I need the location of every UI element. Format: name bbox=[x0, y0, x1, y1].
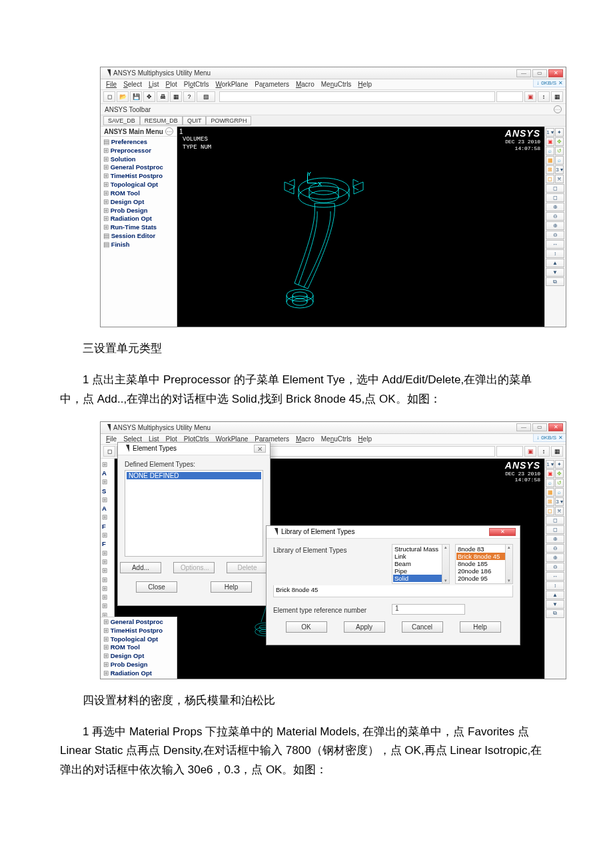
options-button[interactable]: Options... bbox=[173, 562, 215, 573]
command-input[interactable] bbox=[219, 91, 495, 102]
view-right-icon[interactable]: ◻ bbox=[546, 175, 554, 183]
resum-db-button[interactable]: RESUM_DB bbox=[140, 116, 183, 125]
open-icon[interactable]: 📂 bbox=[117, 91, 129, 102]
view-fit-icon[interactable]: ✦ bbox=[555, 128, 564, 137]
tree-item[interactable] bbox=[102, 593, 113, 601]
view-zoom-in-small-icon[interactable]: ⊕ bbox=[546, 553, 564, 562]
tree-preferences[interactable]: Preferences bbox=[103, 138, 174, 147]
view-zoomstep-dd[interactable]: 3 ▾ bbox=[555, 497, 564, 506]
menu-help[interactable]: Help bbox=[358, 435, 372, 443]
tree-prob-design[interactable]: Prob Design bbox=[103, 661, 174, 669]
tree-item[interactable] bbox=[102, 549, 113, 557]
raise-hidden-icon[interactable]: ▣ bbox=[524, 446, 536, 457]
reset-icon[interactable]: ↕ bbox=[538, 91, 550, 102]
menu-file[interactable]: File bbox=[106, 81, 117, 88]
list-item-selected[interactable]: Brick 8node 45 bbox=[456, 553, 512, 560]
list-item-none[interactable]: NONE DEFINED bbox=[127, 472, 261, 479]
tree-item[interactable]: S bbox=[102, 477, 113, 495]
save-icon[interactable]: 💾 bbox=[130, 91, 142, 102]
view-rot-down-icon[interactable]: ▼ bbox=[546, 268, 564, 277]
maximize-button[interactable]: ▭ bbox=[532, 69, 547, 77]
list-item[interactable]: 20node 95 bbox=[456, 575, 512, 582]
view-back-icon[interactable]: ↺ bbox=[555, 147, 564, 155]
view-top-icon[interactable]: ▦ bbox=[546, 156, 554, 165]
view-zoom-in-icon[interactable]: ⊕ bbox=[546, 535, 564, 543]
menu-workplane[interactable]: WorkPlane bbox=[216, 81, 249, 88]
close-dialog-button[interactable]: Close bbox=[136, 581, 177, 593]
lib-element-list[interactable]: 8node 83 Brick 8node 45 8node 185 20node… bbox=[455, 544, 513, 584]
defined-types-list[interactable]: NONE DEFINED bbox=[125, 470, 263, 557]
list-item[interactable]: Structural Mass bbox=[393, 545, 448, 553]
menu-select[interactable]: Select bbox=[123, 81, 142, 88]
tree-preprocessor[interactable]: Preprocessor bbox=[103, 147, 174, 155]
menu-parameters[interactable]: Parameters bbox=[255, 81, 289, 88]
tree-finish[interactable]: Finish bbox=[103, 241, 174, 249]
tree-timehist-postpro[interactable]: TimeHist Postpro bbox=[103, 172, 174, 181]
contact-icon[interactable]: ▦ bbox=[551, 446, 563, 457]
view-back-icon[interactable]: ↺ bbox=[555, 479, 564, 487]
list-item[interactable]: 8node 185 bbox=[456, 560, 512, 567]
view-rot-up-icon[interactable]: ▲ bbox=[546, 591, 564, 599]
view-front-icon[interactable]: ⌕ bbox=[546, 147, 554, 155]
speed-close-icon[interactable]: ✕ bbox=[558, 80, 563, 86]
view-pan-h-icon[interactable]: ↔ bbox=[546, 572, 564, 581]
view-left-icon[interactable]: ⊞ bbox=[546, 497, 554, 506]
menu-plot[interactable]: Plot bbox=[165, 81, 177, 88]
help-button[interactable]: Help bbox=[211, 581, 252, 593]
view-pan-h-icon[interactable]: ↔ bbox=[546, 240, 564, 249]
tree-item[interactable] bbox=[102, 584, 113, 593]
help-icon[interactable]: ? bbox=[183, 91, 195, 102]
tree-item[interactable]: A bbox=[102, 495, 113, 513]
add-button[interactable]: Add... bbox=[120, 562, 161, 573]
list-item-selected[interactable]: Solid bbox=[393, 575, 448, 582]
reset-icon[interactable]: ↕ bbox=[538, 446, 550, 457]
tree-item[interactable] bbox=[102, 566, 113, 575]
lib-category-list[interactable]: Structural Mass Link Beam Pipe Solid She… bbox=[392, 544, 450, 584]
view-iso-icon[interactable]: ▣ bbox=[546, 137, 554, 146]
view-multi-icon[interactable]: ⧉ bbox=[546, 609, 564, 618]
print-icon[interactable]: 🖶 bbox=[157, 91, 169, 102]
tree-general-postproc[interactable]: General Postproc bbox=[103, 163, 174, 172]
view-zoom-out-small-icon[interactable]: ⊖ bbox=[546, 563, 564, 571]
report-icon[interactable]: ▦ bbox=[170, 91, 182, 102]
tree-item[interactable] bbox=[102, 601, 113, 610]
main-menu-expand-icon[interactable]: ⋯ bbox=[165, 127, 173, 135]
view-pan-v-icon[interactable]: ↕ bbox=[546, 249, 564, 258]
list-item[interactable]: Pipe bbox=[393, 567, 448, 575]
tree-item[interactable]: F bbox=[102, 513, 113, 531]
close-button[interactable]: ✕ bbox=[548, 69, 563, 77]
new-icon[interactable]: ◻ bbox=[103, 91, 115, 102]
tree-item[interactable]: A bbox=[102, 460, 113, 478]
tree-session-editor[interactable]: Session Editor bbox=[103, 232, 174, 241]
list-item[interactable]: Beam bbox=[393, 560, 448, 567]
view-zoom-in-icon[interactable]: ⊕ bbox=[546, 203, 564, 211]
view-bot-icon[interactable]: ⌕ bbox=[555, 156, 564, 165]
lib-ok-button[interactable]: OK bbox=[286, 621, 327, 633]
view-window-dd[interactable]: 1 ▾ bbox=[546, 128, 554, 137]
view-winzoom-icon[interactable]: ◻ bbox=[546, 525, 564, 534]
new-icon[interactable]: ◻ bbox=[103, 446, 115, 457]
tree-solution[interactable]: Solution bbox=[103, 155, 174, 164]
view-box-zoom-icon[interactable]: ◻ bbox=[546, 516, 564, 525]
view-front-icon[interactable]: ⌕ bbox=[546, 479, 554, 487]
view-zoom-in-small-icon[interactable]: ⊕ bbox=[546, 221, 564, 230]
list-item[interactable]: 20node 186 bbox=[456, 567, 512, 575]
tree-item[interactable] bbox=[102, 575, 113, 584]
graphics-canvas[interactable]: 1 VOLUMES TYPE NUM ANSYS DEC 23 2010 14:… bbox=[177, 127, 544, 327]
minimize-button[interactable]: — bbox=[516, 423, 531, 431]
tree-item[interactable] bbox=[102, 557, 113, 566]
view-dynamic-icon[interactable]: ⤧ bbox=[555, 507, 564, 515]
view-zoom-out-small-icon[interactable]: ⊖ bbox=[546, 231, 564, 239]
tree-general-postproc[interactable]: General Postproc bbox=[103, 618, 174, 627]
scrollbar[interactable]: ▴▾ bbox=[505, 545, 512, 583]
close-button[interactable]: ✕ bbox=[548, 423, 563, 431]
tree-topological-opt[interactable]: Topological Opt bbox=[103, 635, 174, 644]
tree-item[interactable]: F bbox=[102, 531, 113, 549]
tree-run-time-stats[interactable]: Run-Time Stats bbox=[103, 223, 174, 232]
list-item[interactable]: 8node 83 bbox=[456, 545, 512, 553]
toolbar-dropdown[interactable] bbox=[496, 91, 523, 102]
menu-macro[interactable]: Macro bbox=[296, 435, 314, 443]
view-oblique-icon[interactable]: ✥ bbox=[555, 469, 564, 478]
menu-menuctrls[interactable]: MenuCtrls bbox=[321, 435, 352, 443]
view-top-icon[interactable]: ▦ bbox=[546, 488, 554, 497]
